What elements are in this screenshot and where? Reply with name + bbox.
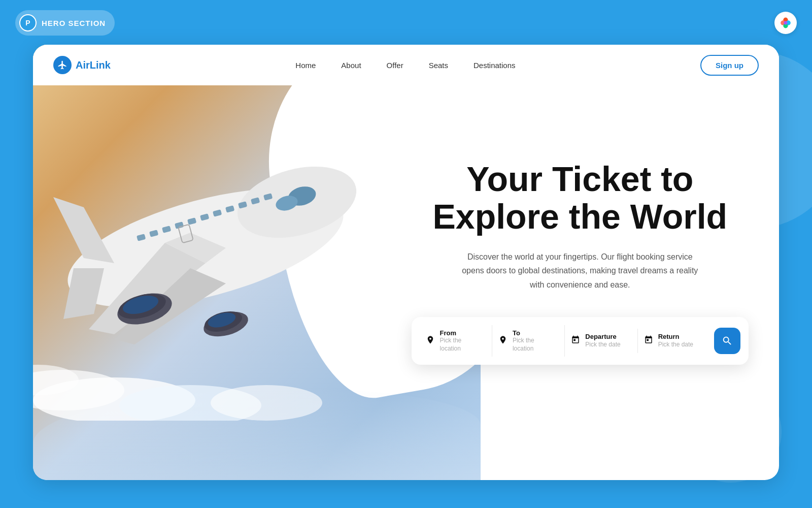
return-placeholder: Pick the date	[658, 341, 693, 349]
hero-text-area: Your Ticket to Explore the World Discove…	[391, 85, 779, 480]
to-label: To	[513, 329, 552, 337]
hero-title: Your Ticket to Explore the World	[412, 160, 749, 236]
figma-icon[interactable]	[774, 12, 797, 34]
svg-point-4	[784, 21, 788, 25]
logo-icon	[53, 56, 72, 74]
airplane-image	[33, 75, 419, 421]
svg-point-30	[211, 385, 322, 421]
badge-icon: P	[19, 14, 37, 31]
main-card: AirLink Home About Offer Seats Destinati…	[33, 45, 779, 480]
nav-destinations[interactable]: Destinations	[473, 61, 516, 70]
nav-links: Home About Offer Seats Destinations	[295, 61, 515, 70]
nav-offer[interactable]: Offer	[387, 61, 403, 70]
hero-badge: P HERO SECTION	[15, 10, 115, 36]
logo: AirLink	[53, 56, 111, 74]
nav-home[interactable]: Home	[295, 61, 316, 70]
logo-text: AirLink	[76, 59, 111, 71]
calendar-departure-icon	[571, 335, 580, 347]
badge-text: HERO SECTION	[42, 19, 106, 27]
to-field[interactable]: To Pick the location	[492, 325, 565, 357]
navbar: AirLink Home About Offer Seats Destinati…	[33, 45, 779, 85]
to-placeholder: Pick the location	[513, 337, 552, 353]
from-field[interactable]: From Pick the location	[420, 325, 492, 357]
nav-about[interactable]: About	[341, 61, 361, 70]
location-pin-to-icon	[498, 335, 507, 347]
search-button[interactable]	[714, 328, 740, 354]
return-field[interactable]: Return Pick the date	[638, 329, 710, 353]
departure-label: Departure	[585, 333, 620, 341]
location-pin-icon	[426, 335, 435, 347]
departure-placeholder: Pick the date	[585, 341, 620, 349]
top-bar: P HERO SECTION	[15, 10, 797, 36]
calendar-return-icon	[644, 335, 653, 347]
signup-button[interactable]: Sign up	[700, 55, 759, 76]
nav-seats[interactable]: Seats	[429, 61, 448, 70]
search-bar: From Pick the location To Pick the locat…	[412, 317, 749, 365]
from-label: From	[440, 329, 480, 337]
hero-subtitle: Discover the world at your fingertips. O…	[458, 250, 702, 292]
return-label: Return	[658, 333, 693, 341]
from-placeholder: Pick the location	[440, 337, 480, 353]
departure-field[interactable]: Departure Pick the date	[565, 329, 637, 353]
